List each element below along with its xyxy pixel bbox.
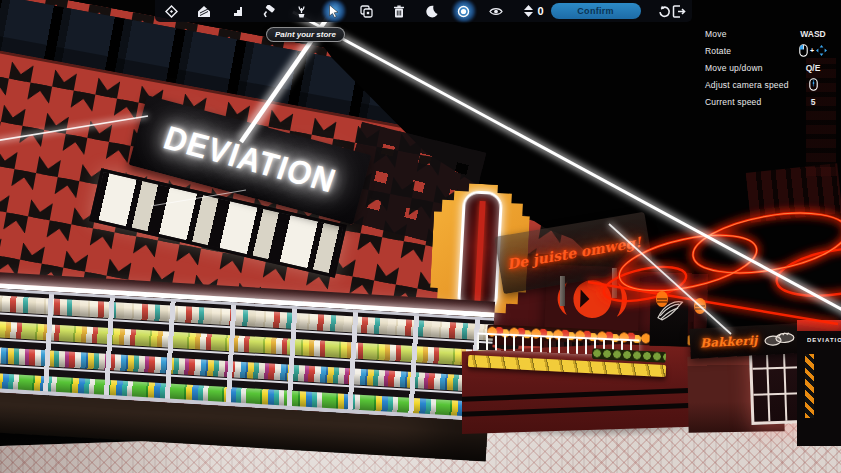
daylight-mode-button[interactable] (457, 4, 471, 19)
trash-icon (393, 5, 405, 18)
control-row-updown: Move up/down Q/E (705, 59, 837, 76)
endcap-sign-text: DEVIATION (807, 337, 841, 343)
endcap-red-band (797, 320, 841, 331)
stairs-icon (230, 5, 243, 17)
stairs-tool-button[interactable] (229, 4, 243, 19)
bakery-sign-text: Bakkerij (700, 333, 758, 350)
delete-tool-button[interactable] (392, 4, 406, 19)
tool-tooltip: Paint your store (266, 27, 345, 42)
control-row-current-speed: Current speed 5 (705, 93, 837, 110)
bread-doodle-icon (763, 329, 798, 349)
undo-button[interactable] (658, 4, 672, 19)
paint-toolbar: 0 Confirm (155, 0, 692, 22)
copy-icon (360, 5, 373, 18)
cursor-tool-button[interactable] (327, 4, 341, 19)
eye-icon (489, 6, 503, 17)
hazard-stripe (805, 354, 814, 418)
paint-roller-tool-button[interactable] (262, 4, 276, 19)
control-row-speed: Adjust camera speed (705, 76, 837, 93)
copy-tool-button[interactable] (359, 4, 373, 19)
cursor-icon (327, 4, 340, 18)
night-mode-button[interactable] (424, 4, 438, 19)
control-row-rotate: Rotate + (705, 42, 837, 59)
value-stepper[interactable] (524, 5, 533, 17)
texture-icon (165, 5, 178, 18)
move-cross-icon (816, 45, 827, 56)
home-tool-button[interactable] (197, 4, 211, 19)
wing-doodle-icon (650, 292, 689, 347)
paint-roller-icon (262, 5, 276, 18)
sign-post (560, 276, 565, 306)
plus-sign: + (810, 47, 814, 54)
confirm-button[interactable]: Confirm (551, 3, 641, 19)
mouse-scroll-icon (809, 78, 818, 91)
aisle-post (650, 292, 689, 347)
home-icon (197, 5, 211, 18)
control-row-move: Move WASD (705, 25, 837, 42)
plant-tool-button[interactable] (294, 4, 308, 19)
plant-icon (295, 5, 308, 18)
bakery-sign: Bakkerij (689, 323, 802, 359)
mouse-left-button-icon (799, 44, 808, 57)
daylight-icon (457, 5, 470, 18)
refrigerated-shelf (0, 272, 495, 465)
stepper-down-icon (524, 12, 533, 17)
aisle-endcap: DEVIATION (797, 320, 841, 446)
exit-button[interactable] (672, 4, 686, 19)
game-viewport: DEVIATION De juiste omweg! (0, 0, 841, 473)
neon-slogan-text: De juiste omweg! (506, 234, 642, 272)
stepper-up-icon (524, 5, 533, 10)
camera-controls-legend: Move WASD Rotate + (705, 25, 837, 110)
visibility-button[interactable] (489, 4, 503, 19)
moon-icon (425, 5, 438, 18)
sign-post (612, 268, 617, 298)
texture-tool-button[interactable] (164, 4, 178, 19)
undo-icon (658, 5, 671, 18)
exit-icon (672, 5, 686, 18)
stepper-value: 0 (538, 5, 544, 17)
